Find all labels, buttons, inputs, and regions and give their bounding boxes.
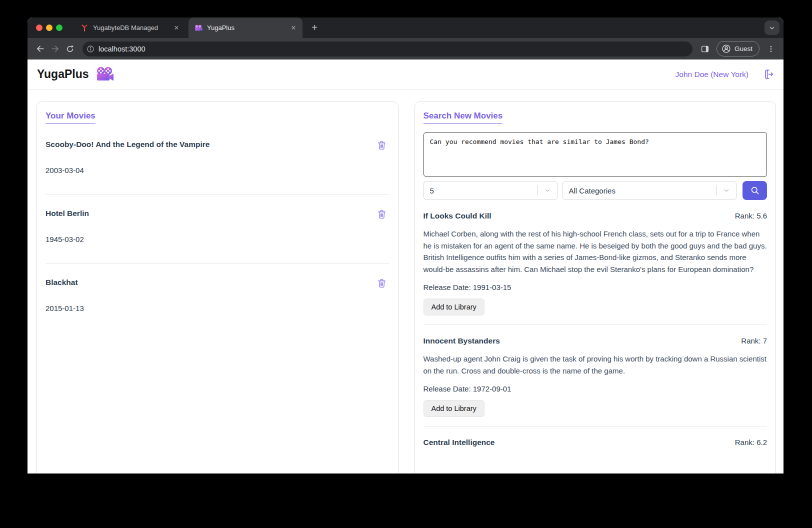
- movie-release-date: 2015-01-13: [46, 304, 390, 312]
- delete-movie-button[interactable]: [374, 140, 390, 150]
- tab-yugabytedb-managed[interactable]: YugabyteDB Managed ×: [74, 18, 186, 38]
- tab-title: YugaPlus: [207, 24, 288, 32]
- new-tab-button[interactable]: +: [308, 21, 322, 35]
- chevron-down-icon: [723, 187, 730, 194]
- result-rank: Rank: 7: [741, 336, 767, 345]
- your-movies-panel: Your Movies Scooby-Doo! And the Legend o…: [36, 102, 398, 474]
- movie-release-date: 1945-03-02: [46, 235, 390, 244]
- app-header: YugaPlus John Doe (New York): [28, 60, 784, 90]
- add-to-library-button[interactable]: Add to Library: [424, 298, 484, 316]
- reload-button[interactable]: [62, 42, 78, 56]
- browser-menu-button[interactable]: [764, 42, 778, 56]
- traffic-lights: [28, 24, 68, 31]
- movie-title: Scooby-Doo! And the Legend of the Vampir…: [46, 140, 210, 149]
- add-to-library-button[interactable]: Add to Library: [424, 400, 484, 417]
- guest-avatar-icon: [722, 44, 731, 54]
- yugaplus-page: YugaPlus John Doe (New York): [28, 60, 784, 474]
- result-description: Washed-up agent John Craig is given the …: [424, 353, 768, 376]
- search-result: Innocent Bystanders Rank: 7 Washed-up ag…: [424, 325, 768, 426]
- movie-list: Scooby-Doo! And the Legend of the Vampir…: [46, 126, 390, 332]
- result-release-date: Release Date: 1972-09-01: [424, 384, 768, 393]
- side-panel-icon: [700, 44, 710, 54]
- zoom-window-button[interactable]: [56, 24, 62, 31]
- app-title: YugaPlus: [37, 68, 89, 81]
- kebab-menu-icon: [767, 45, 775, 53]
- tab-yugaplus[interactable]: YugaPlus ×: [188, 18, 302, 38]
- search-controls: 5 All Categories: [424, 181, 768, 200]
- back-arrow-icon: [36, 44, 45, 54]
- url-text: localhost:3000: [98, 45, 146, 53]
- close-tab-icon[interactable]: ×: [288, 23, 298, 33]
- profile-button[interactable]: Guest: [716, 41, 760, 56]
- reload-icon: [66, 44, 74, 54]
- minimize-window-button[interactable]: [46, 24, 52, 31]
- forward-arrow-icon: [50, 44, 60, 54]
- close-tab-icon[interactable]: ×: [172, 23, 182, 33]
- chevron-down-icon: [768, 24, 776, 32]
- back-button[interactable]: [32, 42, 48, 56]
- search-result: Central Intelligence Rank: 6.2: [424, 426, 768, 456]
- movie-camera-favicon-icon: [194, 24, 202, 32]
- category-value: All Categories: [563, 186, 717, 195]
- result-limit-value: 5: [424, 186, 538, 195]
- result-limit-select[interactable]: 5: [424, 181, 558, 200]
- browser-toolbar: localhost:3000 Guest: [28, 38, 784, 60]
- search-panel: Search New Movies Can you recommend movi…: [414, 102, 776, 474]
- your-movies-heading: Your Movies: [46, 111, 96, 124]
- chevron-down-icon: [544, 187, 551, 194]
- result-release-date: Release Date: 1991-03-15: [424, 283, 768, 292]
- browser-window: YugabyteDB Managed × YugaPlus ×: [28, 18, 784, 474]
- logout-button[interactable]: [762, 68, 774, 80]
- delete-movie-button[interactable]: [374, 209, 390, 220]
- library-movie-row: Blackhat 2015-01-13: [46, 264, 390, 332]
- movie-camera-icon: [96, 66, 114, 82]
- movie-title: Hotel Berlin: [46, 209, 89, 218]
- search-results: If Looks Could Kill Rank: 5.6 Michael Co…: [424, 200, 768, 456]
- profile-label: Guest: [734, 45, 752, 52]
- result-title: Innocent Bystanders: [424, 336, 500, 346]
- category-select[interactable]: All Categories: [562, 181, 737, 200]
- search-button[interactable]: [742, 181, 767, 200]
- result-title: If Looks Could Kill: [424, 212, 492, 220]
- search-heading: Search New Movies: [424, 111, 503, 124]
- search-query-input[interactable]: Can you recommend movies that are simila…: [424, 132, 768, 177]
- close-window-button[interactable]: [36, 24, 42, 31]
- main-content: Your Movies Scooby-Doo! And the Legend o…: [28, 90, 784, 474]
- tab-title: YugabyteDB Managed: [93, 24, 172, 32]
- magnifier-icon: [750, 186, 760, 196]
- address-bar[interactable]: localhost:3000: [82, 42, 692, 56]
- trash-icon: [377, 209, 386, 220]
- trash-icon: [377, 140, 386, 150]
- logout-icon: [762, 68, 774, 80]
- yugabytedb-logo-icon: [80, 24, 88, 32]
- user-profile-link[interactable]: John Doe (New York): [676, 70, 748, 79]
- library-movie-row: Hotel Berlin 1945-03-02: [46, 195, 390, 264]
- search-result: If Looks Could Kill Rank: 5.6 Michael Co…: [424, 200, 768, 325]
- delete-movie-button[interactable]: [374, 278, 390, 288]
- result-rank: Rank: 6.2: [735, 438, 767, 446]
- movie-title: Blackhat: [46, 278, 78, 287]
- result-description: Michael Corben, along with the rest of h…: [424, 228, 768, 275]
- trash-icon: [377, 278, 386, 288]
- site-info-icon[interactable]: [86, 45, 94, 53]
- side-panel-button[interactable]: [698, 42, 712, 56]
- result-rank: Rank: 5.6: [735, 212, 767, 220]
- movie-release-date: 2003-03-04: [46, 166, 390, 174]
- library-movie-row: Scooby-Doo! And the Legend of the Vampir…: [46, 126, 390, 195]
- result-title: Central Intelligence: [424, 438, 495, 447]
- tab-search-button[interactable]: [764, 20, 780, 35]
- forward-button[interactable]: [48, 42, 62, 56]
- tab-strip: YugabyteDB Managed × YugaPlus ×: [28, 18, 784, 38]
